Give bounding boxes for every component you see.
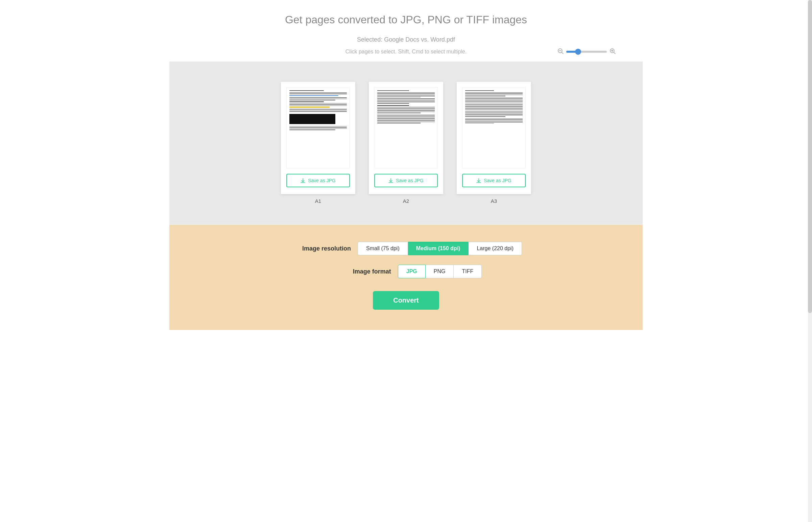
zoom-slider[interactable] [566, 51, 607, 53]
download-icon [476, 178, 481, 183]
page-card-a1[interactable]: Save as JPG [281, 82, 355, 194]
download-icon [301, 178, 305, 183]
scrollbar-thumb[interactable] [808, 0, 812, 313]
pages-container: Save as JPG A1 [183, 82, 629, 204]
zoom-in-icon[interactable] [609, 48, 615, 56]
format-tiff-button[interactable]: TIFF [454, 265, 482, 278]
resolution-row: Image resolution Small (75 dpi) Medium (… [254, 242, 558, 255]
page-preview-a1 [286, 87, 350, 168]
instruction-text: Click pages to select. Shift, Cmd to sel… [197, 49, 615, 55]
save-jpg-button-a3[interactable]: Save as JPG [462, 174, 526, 187]
page-preview-a3 [462, 87, 526, 168]
scrollbar-track [808, 0, 812, 522]
resolution-large-button[interactable]: Large (220 dpi) [469, 242, 522, 255]
format-row: Image format JPG PNG TIFF [254, 265, 558, 278]
page-label-a2: A2 [403, 198, 409, 204]
resolution-medium-button[interactable]: Medium (150 dpi) [408, 242, 469, 255]
page-preview-a2 [374, 87, 438, 168]
zoom-out-icon[interactable] [557, 48, 564, 56]
resolution-label: Image resolution [290, 245, 351, 252]
convert-button[interactable]: Convert [373, 291, 439, 310]
svg-line-1 [562, 53, 563, 54]
save-jpg-button-a1[interactable]: Save as JPG [286, 174, 350, 187]
list-item: Save as JPG A3 [457, 82, 531, 204]
resolution-small-button[interactable]: Small (75 dpi) [358, 242, 408, 255]
page-card-a3[interactable]: Save as JPG [457, 82, 531, 194]
page-title: Get pages converted to JPG, PNG or TIFF … [176, 14, 636, 26]
zoom-controls [557, 48, 615, 56]
format-jpg-button[interactable]: JPG [398, 265, 426, 278]
page-label-a3: A3 [491, 198, 497, 204]
controls-section: Image resolution Small (75 dpi) Medium (… [169, 225, 643, 330]
page-label-a1: A1 [315, 198, 321, 204]
format-label: Image format [330, 268, 391, 275]
download-icon [388, 178, 393, 183]
list-item: Save as JPG A2 [369, 82, 443, 204]
save-jpg-button-a2[interactable]: Save as JPG [374, 174, 438, 187]
list-item: Save as JPG A1 [281, 82, 355, 204]
svg-line-4 [614, 53, 615, 54]
format-option-group: JPG PNG TIFF [398, 265, 482, 278]
format-png-button[interactable]: PNG [426, 265, 454, 278]
selected-file-label: Selected: Google Docs vs. Word.pdf [176, 36, 636, 43]
page-card-a2[interactable]: Save as JPG [369, 82, 443, 194]
pages-area: Save as JPG A1 [169, 62, 643, 224]
resolution-option-group: Small (75 dpi) Medium (150 dpi) Large (2… [358, 242, 522, 255]
